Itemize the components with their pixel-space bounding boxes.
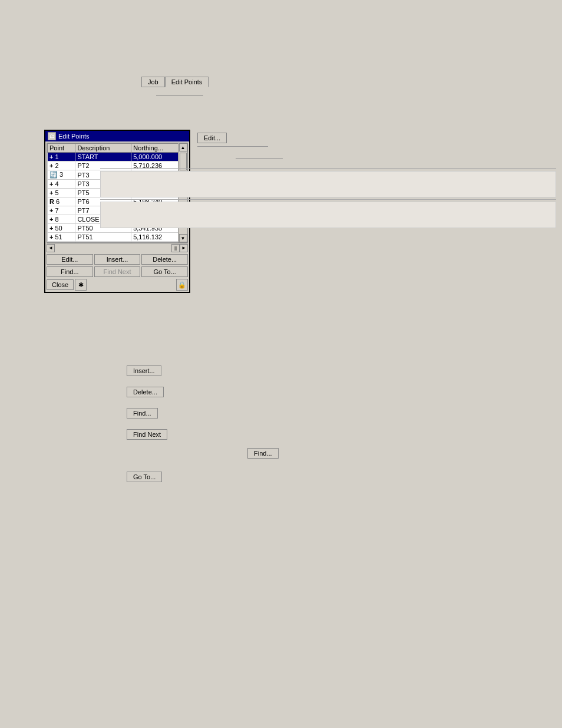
dialog-edit-btn[interactable]: Edit... [47, 254, 93, 265]
close-icon[interactable]: ✱ [75, 279, 87, 291]
hscroll-track [55, 244, 171, 252]
dialog-icon: 🗂 [48, 132, 56, 140]
delete-btn[interactable]: Delete... [127, 387, 164, 397]
hscroll-left-btn[interactable]: ◄ [47, 244, 55, 252]
find-btn[interactable]: Find... [127, 408, 158, 419]
dialog-buttons-row2: Find... Find Next Go To... [47, 266, 188, 277]
col-desc: Description [75, 144, 131, 153]
hscroll-right-btn[interactable]: ► [180, 244, 188, 252]
dialog-title: Edit Points [58, 133, 90, 140]
separator-1 [100, 168, 556, 169]
right-edit-btn[interactable]: Edit... [197, 133, 227, 143]
col-point: Point [48, 144, 75, 153]
row-icon-point: + 2 [48, 162, 75, 170]
info-box-2 [100, 202, 556, 228]
underline-2 [236, 158, 283, 159]
lock-icon[interactable]: 🔒 [176, 279, 188, 291]
hscroll-pause-btn[interactable]: || [171, 244, 180, 252]
tab-underline [156, 95, 203, 96]
scroll-up-btn[interactable]: ▲ [179, 143, 187, 151]
goto-standalone-btn[interactable]: Go To... [127, 472, 162, 482]
find2-btn[interactable]: Find... [247, 448, 279, 459]
table-row[interactable]: + 1START5,000.000 [48, 153, 187, 162]
separator-2 [100, 199, 556, 200]
table-row[interactable]: + 51PT515,116.132 [48, 233, 187, 242]
dialog-close-btn[interactable]: Close [47, 279, 74, 290]
scroll-down-btn[interactable]: ▼ [179, 234, 187, 242]
tab-edit-points[interactable]: Edit Points [165, 77, 209, 87]
find-next-btn[interactable]: Find Next [127, 429, 167, 440]
row-icon-point: 52 [48, 242, 75, 243]
row-icon-point: + 5 [48, 189, 75, 197]
row-icon-point: 🔄 3 [48, 170, 75, 180]
tab-bar: Job Edit Points [141, 77, 209, 87]
row-icon-point: + 50 [48, 224, 75, 233]
row-desc: PT52 [75, 242, 131, 243]
dialog-find-btn[interactable]: Find... [47, 266, 93, 277]
row-desc: PT2 [75, 162, 131, 170]
horizontal-scrollbar: ◄ || ► [47, 243, 188, 252]
insert-btn[interactable]: Insert... [127, 365, 161, 376]
dialog-insert-btn[interactable]: Insert... [94, 254, 141, 265]
table-row[interactable]: + 2PT25,710.236 [48, 162, 187, 170]
row-icon-point: + 1 [48, 153, 75, 162]
row-icon-point: + 7 [48, 206, 75, 215]
underline-1 [197, 146, 268, 147]
dialog-goto-btn[interactable]: Go To... [141, 266, 188, 277]
row-icon-point: + 51 [48, 233, 75, 242]
row-icon-point: + 4 [48, 180, 75, 189]
dialog-titlebar: 🗂 Edit Points [45, 131, 189, 141]
row-desc: PT51 [75, 233, 131, 242]
row-desc: START [75, 153, 131, 162]
dialog-buttons-row1: Edit... Insert... Delete... [47, 254, 188, 265]
dialog-delete-btn[interactable]: Delete... [141, 254, 188, 265]
tab-job[interactable]: Job [141, 77, 165, 87]
dialog-bottom-row: Close ✱ 🔒 [47, 279, 188, 291]
row-icon-point: R 6 [48, 197, 75, 206]
dialog-find-next-btn[interactable]: Find Next [94, 266, 141, 277]
info-box-1 [100, 171, 556, 197]
row-icon-point: + 8 [48, 215, 75, 224]
table-row[interactable]: 52PT525,007.965 [48, 242, 187, 243]
